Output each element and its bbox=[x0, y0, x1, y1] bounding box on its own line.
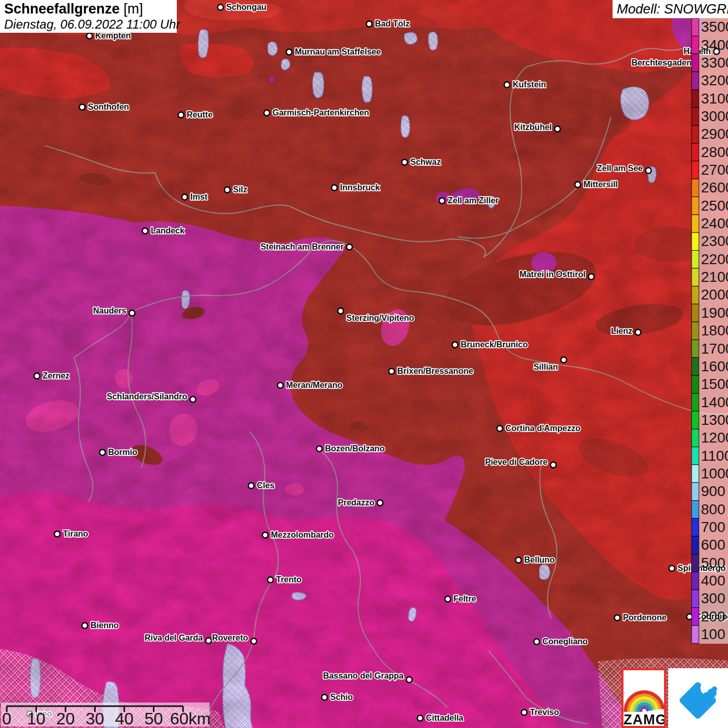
legend-value: 2700 bbox=[701, 162, 728, 178]
city-label: Mittersill bbox=[583, 180, 618, 189]
city-dot bbox=[264, 110, 270, 116]
legend-segment-1800 bbox=[692, 322, 699, 340]
legend-value: 3500 bbox=[701, 19, 728, 35]
city-dot bbox=[34, 373, 40, 379]
city-dot bbox=[142, 228, 148, 234]
model-panel: Modell: SNOWGRID bbox=[613, 0, 728, 18]
city-label: Predazzo bbox=[338, 498, 374, 507]
legend-value: 400 bbox=[701, 573, 725, 589]
legend-segment-3500 bbox=[692, 18, 699, 36]
legend-segment-1100 bbox=[692, 447, 699, 464]
city-label: Sillian bbox=[534, 362, 558, 371]
legend-segment-3000 bbox=[692, 108, 699, 125]
city-dot bbox=[615, 615, 620, 621]
legend-value: 700 bbox=[701, 519, 725, 535]
legend-value: 300 bbox=[701, 590, 725, 606]
city-dot bbox=[129, 310, 135, 316]
city-marker: Schlanders/Silandro bbox=[107, 392, 196, 402]
city-dot bbox=[522, 710, 527, 716]
legend-value: 3100 bbox=[701, 90, 728, 107]
city-label: Conegliano bbox=[542, 637, 588, 646]
city-dot bbox=[452, 342, 458, 348]
city-dot bbox=[418, 716, 423, 721]
city-label: Matrei in Osttirol bbox=[519, 270, 586, 279]
legend-segment-300 bbox=[692, 590, 699, 607]
city-label: Schongau bbox=[226, 3, 266, 11]
scale-label: 50 bbox=[145, 709, 163, 728]
legend-value: 2200 bbox=[701, 251, 728, 267]
legend-value: 1200 bbox=[701, 430, 728, 446]
city-marker: Meran/Merano bbox=[278, 381, 343, 389]
city-label: Schlanders/Silandro bbox=[107, 392, 187, 401]
city-label: Bozen/Bolzano bbox=[325, 444, 385, 453]
legend-segment-500 bbox=[692, 554, 699, 572]
legend-value: 500 bbox=[701, 555, 725, 571]
legend-value: 2000 bbox=[701, 287, 728, 303]
legend-segment-1200 bbox=[692, 429, 699, 447]
city-dot bbox=[190, 397, 196, 402]
title-panel: Schneefallgrenze [m] Dienstag, 06.09.202… bbox=[0, 0, 177, 33]
city-dot bbox=[575, 182, 581, 188]
legend-segment-3200 bbox=[692, 72, 699, 89]
legend-segment-2500 bbox=[692, 197, 699, 215]
zamg-logo-text: ZAMG bbox=[623, 712, 664, 728]
city-dot bbox=[322, 695, 328, 700]
city-marker: Steinach am Brenner bbox=[261, 242, 353, 251]
legend-color-bar bbox=[692, 18, 699, 643]
legend-value: 2600 bbox=[701, 179, 728, 196]
city-dot bbox=[367, 21, 372, 27]
legend-segment-1000 bbox=[692, 465, 699, 483]
city-dot bbox=[100, 450, 106, 456]
legend-segment-3300 bbox=[692, 54, 699, 72]
city-label: Meran/Merano bbox=[286, 381, 343, 389]
city-dot bbox=[206, 638, 212, 644]
city-dot bbox=[218, 5, 224, 10]
legend-value: 2500 bbox=[701, 198, 728, 214]
city-marker: Murnau am Staffelsee bbox=[287, 47, 381, 56]
city-label: Treviso bbox=[530, 708, 559, 717]
city-dot bbox=[317, 446, 322, 452]
legend-segment-2100 bbox=[692, 268, 699, 286]
city-dot bbox=[551, 462, 556, 468]
legend-value: 2300 bbox=[701, 233, 728, 249]
city-dot bbox=[561, 357, 567, 363]
legend-segment-2900 bbox=[692, 125, 699, 143]
city-label: Murnau am Staffelsee bbox=[295, 47, 381, 56]
city-dot bbox=[347, 244, 353, 250]
city-marker: Conegliano bbox=[534, 637, 588, 646]
legend-value: 3300 bbox=[701, 55, 728, 71]
legend-value: 1300 bbox=[701, 412, 728, 428]
legend-segment-700 bbox=[692, 518, 699, 536]
city-dot bbox=[80, 105, 85, 110]
city-label: Bassano del Grappa bbox=[323, 671, 404, 680]
city-dot bbox=[635, 330, 641, 335]
legend-value: 2800 bbox=[701, 144, 728, 160]
city-marker: Bozen/Bolzano bbox=[317, 444, 385, 453]
legend-segment-2700 bbox=[692, 161, 699, 179]
city-marker: Silz bbox=[225, 185, 248, 194]
city-dot bbox=[378, 500, 383, 506]
city-label: Kitzbühel bbox=[514, 123, 552, 132]
city-dot bbox=[178, 112, 184, 118]
legend-segment-100 bbox=[692, 626, 699, 643]
city-label: Schio bbox=[330, 693, 353, 701]
scale-bar: 0102030405060km bbox=[1, 703, 211, 728]
city-dot bbox=[249, 483, 254, 489]
city-label: Innsbruck bbox=[340, 183, 380, 192]
legend-value: 2900 bbox=[701, 126, 728, 142]
legend-value: 800 bbox=[701, 501, 725, 517]
legend-segment-2400 bbox=[692, 215, 699, 232]
legend-segment-600 bbox=[692, 536, 699, 554]
city-label: Cittadella bbox=[426, 713, 463, 722]
city-marker: Garmisch-Partenkirchen bbox=[264, 108, 369, 117]
city-label: Schwaz bbox=[410, 158, 441, 166]
legend-value: 2100 bbox=[701, 269, 728, 285]
city-marker: Mezzolombardo bbox=[263, 530, 334, 539]
city-marker: Bruneck/Brunico bbox=[452, 340, 528, 349]
city-dot bbox=[497, 426, 503, 432]
city-label: Lienz bbox=[611, 327, 632, 335]
legend-value: 1600 bbox=[701, 358, 728, 374]
city-label: Rovereto bbox=[212, 633, 249, 642]
city-label: Zernez bbox=[43, 371, 70, 380]
city-dot bbox=[439, 198, 445, 204]
